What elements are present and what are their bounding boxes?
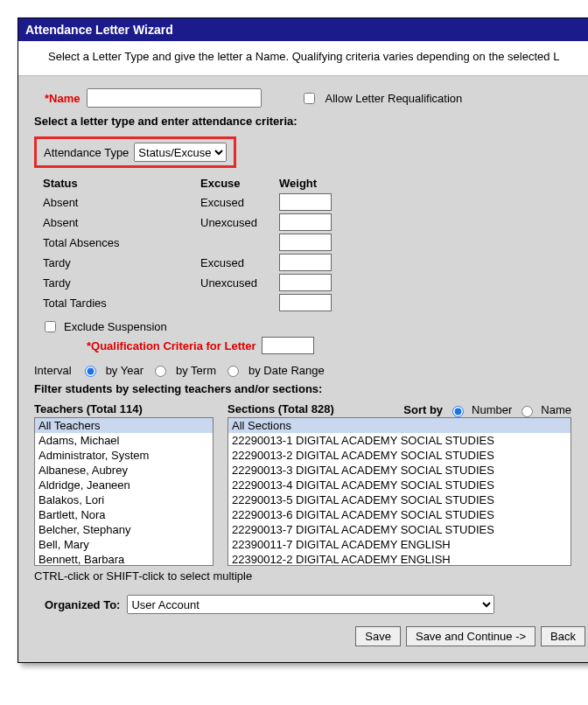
- weight-input[interactable]: [279, 274, 332, 291]
- interval-year-radio[interactable]: [85, 366, 96, 377]
- exclude-suspension-label: Exclude Suspension: [64, 320, 167, 333]
- list-item[interactable]: 22290013-7 DIGITAL ACADEMY SOCIAL STUDIE…: [228, 522, 570, 537]
- list-item[interactable]: 22290013-6 DIGITAL ACADEMY SOCIAL STUDIE…: [228, 507, 570, 522]
- list-item[interactable]: Bartlett, Nora: [35, 507, 213, 522]
- excuse-cell: Excused: [200, 256, 279, 269]
- filter-heading: Filter students by selecting teachers an…: [34, 382, 585, 395]
- weight-input[interactable]: [279, 213, 332, 231]
- list-item[interactable]: Aldridge, Jeaneen: [35, 478, 213, 492]
- excuse-cell: Unexcused: [200, 216, 279, 229]
- interval-label: Interval: [34, 364, 72, 377]
- status-cell: Absent: [43, 196, 200, 209]
- sort-number-radio[interactable]: [452, 406, 464, 417]
- list-item[interactable]: 22290013-2 DIGITAL ACADEMY SOCIAL STUDIE…: [228, 448, 570, 463]
- interval-daterange-label: by Date Range: [248, 364, 325, 377]
- list-item[interactable]: All Teachers: [35, 418, 213, 433]
- attendance-type-label: Attendance Type: [44, 146, 129, 159]
- criteria-row: Tardy Unexcused: [43, 274, 585, 291]
- sections-listbox[interactable]: All Sections 22290013-1 DIGITAL ACADEMY …: [228, 417, 571, 566]
- criteria-row: Total Absences: [43, 234, 585, 251]
- criteria-table: Status Excuse Weight Absent Excused Abse…: [43, 177, 585, 311]
- weight-input[interactable]: [279, 234, 332, 251]
- multi-select-hint: CTRL-click or SHIFT-click to select mult…: [34, 569, 585, 583]
- qualification-label: *Qualification Criteria for Letter: [87, 339, 256, 352]
- col-header-weight: Weight: [279, 177, 340, 190]
- attendance-type-select[interactable]: Status/Excuse: [134, 143, 227, 162]
- attendance-type-highlight: Attendance Type Status/Excuse: [34, 136, 236, 168]
- list-item[interactable]: 22390011-7 DIGITAL ACADEMY ENGLISH: [228, 537, 570, 552]
- sort-name-label: Name: [541, 403, 571, 416]
- save-continue-button[interactable]: Save and Continue ->: [406, 626, 536, 646]
- list-item[interactable]: 22290013-4 DIGITAL ACADEMY SOCIAL STUDIE…: [228, 478, 570, 492]
- weight-input[interactable]: [279, 294, 332, 311]
- form-area: *Name Allow Letter Requalification Selec…: [18, 76, 588, 662]
- name-label: *Name: [45, 92, 80, 105]
- interval-term-label: by Term: [176, 364, 216, 377]
- list-item[interactable]: Bell, Mary: [35, 537, 213, 552]
- list-item[interactable]: Albanese, Aubrey: [35, 463, 213, 478]
- weight-input[interactable]: [279, 193, 332, 211]
- save-button[interactable]: Save: [355, 626, 401, 646]
- col-header-excuse: Excuse: [200, 177, 279, 190]
- list-item[interactable]: 22290013-1 DIGITAL ACADEMY SOCIAL STUDIE…: [228, 433, 570, 448]
- organized-select[interactable]: User Account: [127, 595, 494, 614]
- criteria-row: Absent Unexcused: [43, 213, 585, 231]
- list-item[interactable]: 22290013-3 DIGITAL ACADEMY SOCIAL STUDIE…: [228, 463, 570, 478]
- list-item[interactable]: 22390012-2 DIGITAL ACADEMY ENGLISH: [228, 552, 570, 566]
- allow-requal-checkbox[interactable]: [304, 93, 315, 104]
- list-item[interactable]: Adams, Michael: [35, 433, 213, 448]
- name-input[interactable]: [87, 88, 262, 108]
- type-heading: Select a letter type and enter attendanc…: [34, 115, 585, 128]
- weight-input[interactable]: [279, 254, 332, 271]
- criteria-row: Total Tardies: [43, 294, 585, 311]
- list-item[interactable]: Administrator, System: [35, 448, 213, 463]
- list-item[interactable]: Belcher, Stephany: [35, 522, 213, 537]
- sort-name-radio[interactable]: [522, 406, 533, 417]
- status-cell: Total Tardies: [43, 297, 200, 310]
- back-button[interactable]: Back: [541, 626, 585, 646]
- allow-requal-label: Allow Letter Requalification: [325, 92, 462, 105]
- interval-year-label: by Year: [106, 364, 144, 377]
- teachers-listbox[interactable]: All Teachers Adams, Michael Administrato…: [34, 417, 214, 566]
- list-item[interactable]: Bennett, Barbara: [35, 552, 213, 566]
- sort-number-label: Number: [472, 403, 512, 416]
- list-item[interactable]: 22290013-5 DIGITAL ACADEMY SOCIAL STUDIE…: [228, 492, 570, 507]
- excuse-cell: Unexcused: [200, 276, 279, 290]
- sortby-label: Sort by: [403, 403, 443, 416]
- list-item[interactable]: All Sections: [228, 418, 570, 433]
- sections-header: Sections (Total 828): [228, 402, 334, 415]
- criteria-row: Tardy Excused: [43, 254, 585, 271]
- excuse-cell: Excused: [200, 196, 279, 209]
- interval-daterange-radio[interactable]: [228, 366, 239, 377]
- status-cell: Tardy: [43, 276, 200, 290]
- exclude-suspension-checkbox[interactable]: [45, 321, 56, 332]
- qualification-input[interactable]: [262, 337, 314, 354]
- list-item[interactable]: Balakos, Lori: [35, 492, 213, 507]
- window-title: Attendance Letter Wizard: [18, 18, 588, 41]
- intro-text: Select a Letter Type and give the letter…: [18, 41, 588, 76]
- organized-label: Organized To:: [45, 598, 120, 611]
- status-cell: Absent: [43, 216, 200, 229]
- wizard-window: Attendance Letter Wizard Select a Letter…: [18, 17, 588, 663]
- col-header-status: Status: [43, 177, 200, 190]
- status-cell: Total Absences: [43, 236, 200, 249]
- teachers-header: Teachers (Total 114): [34, 402, 214, 415]
- criteria-row: Absent Excused: [43, 193, 585, 211]
- status-cell: Tardy: [43, 256, 200, 269]
- interval-term-radio[interactable]: [155, 366, 166, 377]
